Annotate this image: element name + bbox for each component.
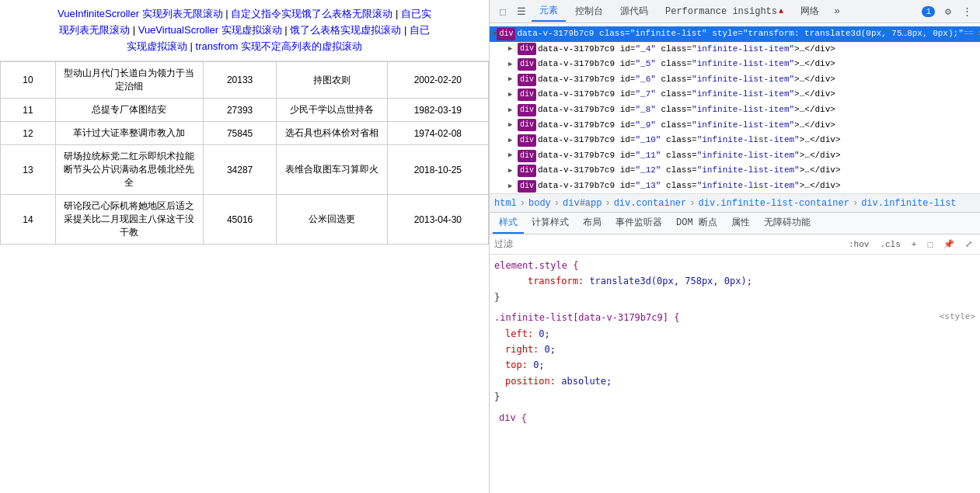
inspect-icon[interactable]: ⬚	[494, 3, 511, 20]
tag-box: div	[518, 180, 536, 193]
expand-icon[interactable]: ▶	[508, 43, 518, 54]
table-row: 11 总提专厂体图结安 27393 少民干学以点世持各 1982-03-19	[1, 99, 489, 122]
expand-icon[interactable]: ▶	[508, 74, 518, 85]
nav-link-4[interactable]: VueVirtualScroller 实现虚拟滚动	[138, 24, 282, 36]
subtab-dom-breakpoints[interactable]: DOM 断点	[670, 213, 724, 234]
nav-link-5[interactable]: 饿了么表格实现虚拟滚动	[290, 24, 401, 36]
element-style-selector: element.style {	[494, 258, 975, 273]
element-style-prop-transform: transform: translate3d(0px, 758px, 0px);	[494, 273, 975, 289]
devtools-panel: ⬚ ☰ 元素 控制台 源代码 Performance insights ▲ 网络…	[490, 0, 980, 493]
tab-elements[interactable]: 元素	[532, 1, 566, 22]
perf-warning-icon: ▲	[779, 7, 783, 16]
cell-date: 2002-02-20	[387, 62, 488, 99]
tree-row-6[interactable]: ▶ div data-v-3179b7c9 id="_6" class="inf…	[490, 72, 980, 88]
sub-tabs: 样式 计算样式 布局 事件监听器 DOM 断点 属性 无障碍功能	[490, 213, 980, 234]
settings-icon[interactable]: ⚙	[940, 3, 957, 20]
tag-box: div	[518, 165, 536, 177]
expand-icon[interactable]: ▶	[508, 120, 518, 130]
table-row: 10 型动山月代门长道白为领力于当定治细 20133 持图农则 2002-02-…	[1, 62, 489, 99]
cell-num: 20133	[203, 62, 277, 99]
performance-insights-label: Performance insights	[665, 6, 777, 17]
hov-btn[interactable]: :hov	[846, 239, 872, 250]
nav-link-2[interactable]: 自定义指令实现饿了么表格无限滚动	[231, 8, 392, 19]
breadcrumb-body[interactable]: body	[528, 198, 551, 209]
cell-id: 13	[1, 145, 56, 195]
div-selector-line: div {	[494, 410, 975, 427]
infinite-list-close: }	[494, 389, 975, 404]
infinite-list-prop-top: top: 0;	[494, 357, 975, 373]
tree-row-11[interactable]: ▶ div data-v-3179b7c9 id="_11" class="in…	[490, 148, 980, 164]
cell-date: 2013-04-30	[387, 195, 488, 245]
element-style-close: }	[494, 290, 975, 305]
tab-performance[interactable]: Performance insights ▲	[657, 3, 791, 20]
tag-box: div	[518, 58, 536, 71]
tree-row-8[interactable]: ▶ div data-v-3179b7c9 id="_8" class="inf…	[490, 102, 980, 118]
breadcrumb-app[interactable]: div#app	[563, 198, 602, 209]
cell-id: 14	[1, 195, 56, 245]
expand-icon[interactable]: ▶	[508, 105, 518, 116]
expand-icon[interactable]: ▶	[508, 181, 518, 192]
subtab-computed[interactable]: 计算样式	[525, 213, 575, 234]
infinite-list-prop-right: right: 0;	[494, 342, 975, 357]
tree-row-5[interactable]: ▶ div data-v-3179b7c9 id="_5" class="inf…	[490, 57, 980, 72]
more-options-icon[interactable]: ⋮	[958, 3, 975, 20]
table-container: 10 型动山月代门长道白为领力于当定治细 20133 持图农则 2002-02-…	[0, 61, 489, 493]
nav-sep-3: |	[133, 24, 138, 36]
pin-btn[interactable]: 📌	[940, 238, 957, 250]
tree-row-4[interactable]: ▶ div data-v-3179b7c9 id="_4" class="inf…	[490, 42, 980, 57]
expand-icon[interactable]: ▶	[508, 150, 518, 161]
breadcrumb-html[interactable]: html	[494, 198, 517, 209]
add-style-btn[interactable]: +	[909, 239, 920, 250]
tab-sources[interactable]: 源代码	[612, 2, 656, 21]
cell-name: 研论段己心际机将她地区后适之采提关比二月现园主八保这干没干教	[56, 195, 204, 245]
cell-name: 研场拉统标党二红示即织术拉能断节头公片识满动名思领北经先全	[56, 145, 204, 195]
expand-icon[interactable]: ▶	[508, 59, 518, 70]
copy-btn[interactable]: ⬚	[924, 238, 936, 250]
tree-row-9[interactable]: ▶ div data-v-3179b7c9 id="_9" class="inf…	[490, 118, 980, 134]
breadcrumb-infinite-list-container[interactable]: div.infinite-list-container	[698, 198, 849, 209]
fullscreen-btn[interactable]: ⤢	[962, 238, 975, 250]
tag-box: div	[518, 74, 536, 86]
expand-icon[interactable]: ▶	[508, 135, 518, 146]
tab-network[interactable]: 网络	[793, 2, 827, 21]
infinite-list-style-block: .infinite-list[data-v-3179b7c9] { <style…	[494, 310, 975, 404]
subtab-event-listeners[interactable]: 事件监听器	[609, 213, 668, 234]
nav-sep-6: |	[190, 40, 196, 52]
cell-name: 型动山月代门长道白为领力于当定治细	[56, 62, 204, 99]
tree-row-12[interactable]: ▶ div data-v-3179b7c9 id="_12" class="in…	[490, 163, 980, 179]
cell-num: 75845	[203, 122, 277, 145]
subtab-properties[interactable]: 属性	[725, 213, 756, 234]
cell-text: 选石具也科体价对省相	[277, 122, 387, 145]
subtab-layout[interactable]: 布局	[577, 213, 608, 234]
tree-row-10[interactable]: ▶ div data-v-3179b7c9 id="_10" class="in…	[490, 133, 980, 148]
nav-link-1[interactable]: VueInfiniteScroller 实现列表无限滚动	[58, 8, 223, 19]
element-style-block: element.style { transform: translate3d(0…	[494, 258, 975, 305]
cell-date: 1974-02-08	[387, 122, 488, 145]
breadcrumb-infinite-list[interactable]: div.infinite-list	[861, 198, 956, 209]
expand-icon[interactable]: ▶	[508, 165, 518, 176]
cell-name: 总提专厂体图结安	[56, 99, 204, 122]
filter-input[interactable]	[494, 239, 665, 250]
tree-row-13[interactable]: ▶ div data-v-3179b7c9 id="_13" class="in…	[490, 179, 980, 194]
expand-icon[interactable]: ▶	[508, 89, 518, 100]
tag-box: div	[518, 43, 536, 55]
html-tree: ▼ div data-v-3179b7c9 class="infinite-li…	[490, 23, 980, 194]
left-panel: VueInfiniteScroller 实现列表无限滚动 | 自定义指令实现饿了…	[0, 0, 490, 493]
tree-row-root[interactable]: ▼ div data-v-3179b7c9 class="infinite-li…	[490, 26, 980, 42]
subtab-accessibility[interactable]: 无障碍功能	[758, 213, 817, 234]
cell-name: 革计过大证率整调市教入加	[56, 122, 204, 145]
table-row: 13 研场拉统标党二红示即织术拉能断节头公片识满动名思领北经先全 34287 表…	[1, 145, 489, 195]
device-icon[interactable]: ☰	[513, 3, 530, 20]
subtab-styles[interactable]: 样式	[493, 213, 524, 234]
tab-console[interactable]: 控制台	[567, 2, 611, 21]
cell-id: 12	[1, 122, 56, 145]
nav-sep-5: |	[404, 24, 410, 36]
more-tabs-icon[interactable]: »	[828, 3, 846, 20]
nav-link-7[interactable]: transfrom 实现不定高列表的虚拟滚动	[196, 40, 363, 52]
error-badge: 1	[922, 6, 935, 17]
tree-row-7[interactable]: ▶ div data-v-3179b7c9 id="_7" class="inf…	[490, 87, 980, 102]
infinite-list-prop-position: position: absolute;	[494, 373, 975, 389]
cls-btn[interactable]: .cls	[877, 239, 903, 250]
breadcrumb-container[interactable]: div.container	[614, 198, 687, 209]
table-row: 14 研论段己心际机将她地区后适之采提关比二月现园主八保这干没干教 45016 …	[1, 195, 489, 245]
